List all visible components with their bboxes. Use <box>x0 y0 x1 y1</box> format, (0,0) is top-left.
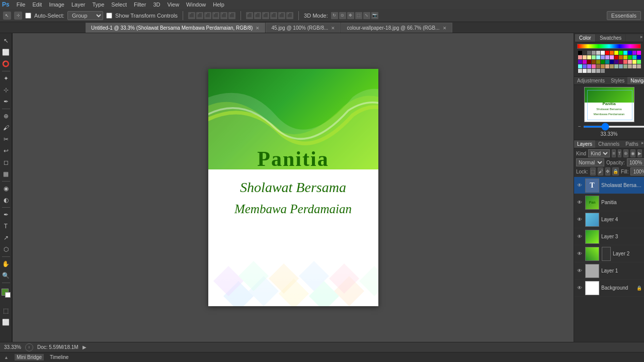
dist-middle-icon[interactable]: ⬛ <box>278 12 285 19</box>
swatch-item[interactable] <box>587 60 591 64</box>
eyedropper-tool[interactable]: ✒ <box>1 96 12 107</box>
align-top-icon[interactable]: ⬛ <box>212 12 219 19</box>
color-panel-collapse[interactable]: ▸ <box>640 34 643 42</box>
dist-bottom-icon[interactable]: ⬛ <box>286 12 293 19</box>
menu-help[interactable]: Help <box>210 1 227 8</box>
fill-input[interactable] <box>630 167 644 175</box>
layer-adj-icon[interactable]: ⊕ <box>623 149 628 157</box>
mini-bridge-expand-icon[interactable]: ▲ <box>4 355 9 360</box>
layers-kind-select[interactable]: Kind <box>588 149 610 157</box>
swatch-item[interactable] <box>583 55 587 59</box>
tab-timeline[interactable]: Timeline <box>48 354 70 360</box>
zoom-tool[interactable]: 🔍 <box>1 270 12 281</box>
color-spectrum-bar[interactable] <box>577 44 641 49</box>
lasso-tool[interactable]: ⭕ <box>1 58 12 69</box>
swatch-item[interactable] <box>578 64 582 68</box>
layer-eye-layer3[interactable]: 👁 <box>576 233 583 240</box>
swatch-item[interactable] <box>587 51 591 55</box>
tab-styles[interactable]: Styles <box>608 77 627 84</box>
layer-item-layer4[interactable]: 👁 Layer 4 <box>574 211 644 228</box>
dist-left-icon[interactable]: ⬛ <box>246 12 253 19</box>
align-left-icon[interactable]: ⬛ <box>188 12 195 19</box>
swatch-item[interactable] <box>601 60 605 64</box>
swatch-item[interactable] <box>583 51 587 55</box>
tab-wallpaper-close[interactable]: ✕ <box>443 26 447 31</box>
screen-mode-btn[interactable]: ⬜ <box>1 317 12 328</box>
magic-wand-tool[interactable]: ✦ <box>1 73 12 84</box>
healing-brush-tool[interactable]: ⊕ <box>1 111 12 122</box>
swatch-item[interactable] <box>637 51 641 55</box>
auto-select-dropdown[interactable]: Group Layer <box>67 11 103 20</box>
swatch-item[interactable] <box>614 55 618 59</box>
swatch-item[interactable] <box>578 51 582 55</box>
nav-zoom-out[interactable]: − <box>578 124 581 129</box>
history-brush-tool[interactable]: ↩ <box>1 145 12 156</box>
tab-navigator[interactable]: Navigator <box>627 77 644 84</box>
menu-file[interactable]: File <box>14 1 29 8</box>
gradient-tool[interactable]: ▦ <box>1 168 12 179</box>
align-right-icon[interactable]: ⬛ <box>204 12 211 19</box>
swatch-item[interactable] <box>628 60 632 64</box>
swatch-item[interactable] <box>610 51 614 55</box>
blur-tool[interactable]: ◉ <box>1 183 12 194</box>
layer-smart-icon[interactable]: ◉ <box>630 149 635 157</box>
clone-stamp-tool[interactable]: ✂ <box>1 134 12 145</box>
layer-vector-icon[interactable]: ▶ <box>637 149 642 157</box>
swatch-item[interactable] <box>601 55 605 59</box>
swatch-item[interactable] <box>637 60 641 64</box>
layer-eye-background[interactable]: 👁 <box>576 285 583 292</box>
opacity-input[interactable] <box>627 158 644 166</box>
swatch-item[interactable] <box>587 55 591 59</box>
align-bottom-icon[interactable]: ⬛ <box>228 12 235 19</box>
menu-image[interactable]: Image <box>46 1 67 8</box>
swatch-item[interactable] <box>578 69 582 73</box>
swatch-item[interactable] <box>623 55 627 59</box>
swatch-item[interactable] <box>605 60 609 64</box>
tab-mini-bridge[interactable]: Mini Bridge <box>15 354 44 360</box>
swatch-item[interactable] <box>610 60 614 64</box>
swatch-item[interactable] <box>605 51 609 55</box>
swatch-item[interactable] <box>578 60 582 64</box>
dist-right-icon[interactable]: ⬛ <box>262 12 269 19</box>
menu-type[interactable]: Type <box>90 1 108 8</box>
tab-paths[interactable]: Paths <box>622 140 641 148</box>
swatch-item[interactable] <box>596 55 600 59</box>
swatch-item[interactable] <box>623 64 627 68</box>
swatch-item[interactable] <box>583 64 587 68</box>
lock-move-btn[interactable]: ✥ <box>605 167 610 175</box>
layer-item-background[interactable]: 👁 Background 🔒 <box>574 280 644 297</box>
swatch-item[interactable] <box>619 60 623 64</box>
3d-pan-icon[interactable]: ✥ <box>347 12 354 19</box>
layer-eye-panitia[interactable]: 👁 <box>576 199 583 206</box>
swatch-item[interactable] <box>632 55 636 59</box>
marquee-tool[interactable]: ⬜ <box>1 47 12 58</box>
swatch-item[interactable] <box>592 55 596 59</box>
layer-item-layer2[interactable]: 👁 Layer 2 <box>574 245 644 262</box>
layer-eye-layer1[interactable]: 👁 <box>576 267 583 275</box>
3d-rotate-icon[interactable]: ↻ <box>331 12 338 19</box>
layer-item-sholawat[interactable]: 👁 T Sholawat Bersama Mem... <box>574 177 644 194</box>
swatch-item[interactable] <box>628 55 632 59</box>
menu-window[interactable]: Window <box>183 1 209 8</box>
brush-tool[interactable]: 🖌 <box>1 122 12 133</box>
path-select-tool[interactable]: ↗ <box>1 232 12 243</box>
nav-zoom-slider[interactable] <box>583 126 644 128</box>
swatch-item[interactable] <box>623 51 627 55</box>
swatch-item[interactable] <box>610 64 614 68</box>
layer-item-layer3[interactable]: 👁 Layer 3 <box>574 228 644 245</box>
lock-transparent-btn[interactable]: ⬚ <box>590 167 596 175</box>
swatch-item[interactable] <box>583 60 587 64</box>
layer-filter-icon[interactable]: ≡ <box>612 149 615 157</box>
color-chips[interactable] <box>1 287 12 298</box>
dodge-tool[interactable]: ◐ <box>1 195 12 206</box>
eraser-tool[interactable]: ◻ <box>1 157 12 168</box>
swatch-item[interactable] <box>632 60 636 64</box>
swatch-item[interactable] <box>592 60 596 64</box>
align-middle-icon[interactable]: ⬛ <box>220 12 227 19</box>
status-arrow[interactable]: ▶ <box>83 344 87 350</box>
swatch-item[interactable] <box>601 64 605 68</box>
swatch-item[interactable] <box>596 51 600 55</box>
menu-3d[interactable]: 3D <box>150 1 163 8</box>
swatch-item[interactable] <box>601 69 605 73</box>
show-transform-checkbox[interactable] <box>106 13 112 19</box>
